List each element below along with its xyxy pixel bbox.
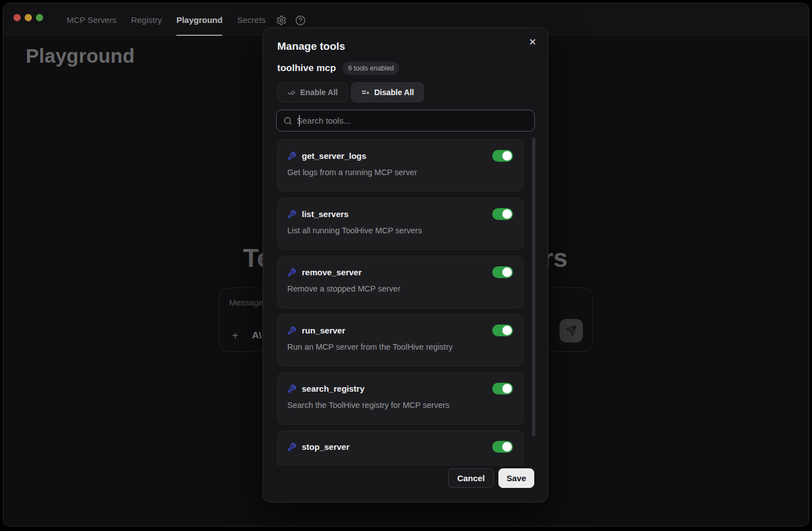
- tool-name: get_server_logs: [302, 151, 366, 161]
- tool-card-header: remove_server: [287, 267, 513, 277]
- server-name: toolhive mcp: [277, 63, 336, 74]
- screen: MCP Servers Registry Playground Secrets …: [0, 0, 812, 531]
- tool-card-header: stop_server: [287, 442, 513, 452]
- tool-toggle[interactable]: [492, 266, 513, 278]
- dialog-footer: Cancel Save: [448, 468, 534, 488]
- search-input[interactable]: [297, 110, 531, 131]
- tool-description: Get logs from a running MCP server: [287, 168, 513, 177]
- wrench-icon: [287, 326, 296, 335]
- enable-all-button[interactable]: Enable All: [277, 82, 348, 102]
- tool-card-header: list_servers: [287, 209, 513, 219]
- enable-all-label: Enable All: [300, 88, 338, 97]
- toggle-knob: [502, 209, 512, 219]
- tool-card: remove_server Remove a stopped MCP serve…: [277, 256, 524, 308]
- toggle-knob: [502, 267, 512, 277]
- disable-all-button[interactable]: Disable All: [351, 82, 424, 102]
- tool-description: List all running ToolHive MCP servers: [287, 226, 513, 235]
- cancel-button[interactable]: Cancel: [448, 468, 494, 488]
- tool-name: list_servers: [302, 209, 348, 219]
- tool-name: search_registry: [302, 384, 365, 393]
- disable-all-label: Disable All: [374, 88, 414, 97]
- wrench-icon: [287, 152, 296, 161]
- tool-card: get_server_logs Get logs from a running …: [277, 139, 524, 192]
- text-caret: [299, 115, 300, 126]
- search-field: [276, 110, 535, 131]
- tool-name: run_server: [302, 326, 346, 335]
- tool-name: remove_server: [302, 267, 362, 277]
- tool-toggle[interactable]: [492, 325, 513, 336]
- wrench-icon: [287, 384, 296, 393]
- tool-name: stop_server: [302, 442, 349, 452]
- wrench-icon: [287, 210, 296, 219]
- save-button[interactable]: Save: [498, 468, 534, 488]
- app-window: MCP Servers Registry Playground Secrets …: [3, 3, 809, 527]
- bulk-actions: Enable All Disable All: [277, 82, 424, 102]
- tool-card: search_registry Search the ToolHive regi…: [277, 372, 524, 425]
- tools-enabled-badge: 6 tools enabled: [343, 62, 399, 75]
- toggle-knob: [502, 384, 512, 393]
- wrench-icon: [287, 268, 296, 277]
- server-row: toolhive mcp 6 tools enabled: [277, 62, 399, 75]
- dialog-title: Manage tools: [277, 40, 345, 53]
- list-x-icon: [361, 88, 370, 97]
- tool-card-header: run_server: [287, 326, 513, 335]
- tool-card-header: search_registry: [287, 384, 513, 393]
- manage-tools-dialog: Manage tools ✕ toolhive mcp 6 tools enab…: [263, 27, 548, 502]
- tool-card: stop_server: [277, 430, 524, 466]
- toggle-knob: [502, 151, 512, 161]
- close-icon[interactable]: ✕: [526, 36, 539, 49]
- tool-description: Remove a stopped MCP server: [287, 284, 513, 293]
- tool-card: run_server Run an MCP server from the To…: [277, 314, 524, 366]
- toggle-knob: [502, 326, 512, 335]
- tool-list: get_server_logs Get logs from a running …: [263, 135, 548, 466]
- tool-toggle[interactable]: [492, 383, 513, 394]
- check-check-icon: [287, 88, 296, 97]
- tool-toggle[interactable]: [492, 441, 513, 453]
- tool-description: Search the ToolHive registry for MCP ser…: [287, 401, 513, 410]
- toggle-knob: [502, 442, 512, 452]
- tool-card-header: get_server_logs: [287, 151, 513, 161]
- tool-toggle[interactable]: [492, 208, 513, 220]
- tool-toggle[interactable]: [492, 150, 513, 162]
- search-icon: [283, 116, 292, 125]
- tool-description: Run an MCP server from the ToolHive regi…: [287, 342, 513, 351]
- tool-card: list_servers List all running ToolHive M…: [277, 198, 524, 250]
- wrench-icon: [287, 443, 296, 452]
- scrollbar-thumb[interactable]: [532, 138, 535, 436]
